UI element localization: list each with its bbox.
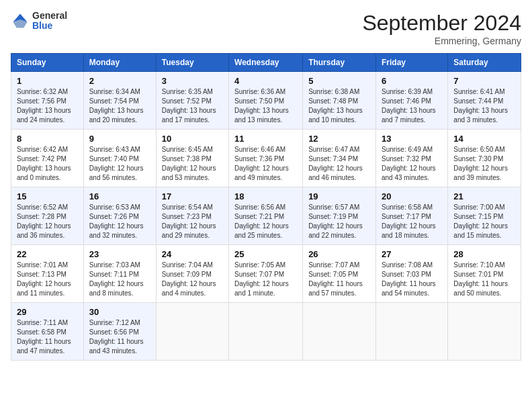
list-item: 13 Sunrise: 6:49 AM Sunset: 7:32 PM Dayl…	[375, 130, 447, 187]
list-item: 14 Sunrise: 6:50 AM Sunset: 7:30 PM Dayl…	[448, 130, 521, 187]
day-number: 1	[17, 76, 78, 86]
list-item: 29 Sunrise: 7:11 AM Sunset: 6:58 PM Dayl…	[11, 303, 84, 361]
list-item: 20 Sunrise: 6:58 AM Sunset: 7:17 PM Dayl…	[375, 187, 447, 245]
day-number: 21	[453, 191, 515, 201]
day-info: Sunrise: 6:54 AM Sunset: 7:23 PM Dayligh…	[162, 203, 223, 240]
location: Emmering, Germany	[362, 36, 521, 46]
day-info: Sunrise: 6:52 AM Sunset: 7:28 PM Dayligh…	[17, 203, 78, 240]
col-friday: Friday	[375, 54, 447, 72]
day-number: 22	[17, 249, 78, 259]
day-info: Sunrise: 7:08 AM Sunset: 7:03 PM Dayligh…	[382, 261, 442, 298]
day-number: 16	[89, 191, 150, 201]
day-number: 24	[162, 249, 223, 259]
col-sunday: Sunday	[11, 54, 84, 72]
day-info: Sunrise: 7:12 AM Sunset: 6:56 PM Dayligh…	[89, 318, 150, 356]
list-item: 25 Sunrise: 7:05 AM Sunset: 7:07 PM Dayl…	[229, 245, 303, 303]
col-tuesday: Tuesday	[156, 54, 228, 72]
day-info: Sunrise: 7:07 AM Sunset: 7:05 PM Dayligh…	[308, 261, 370, 298]
list-item: 30 Sunrise: 7:12 AM Sunset: 6:56 PM Dayl…	[83, 303, 156, 361]
list-item: 23 Sunrise: 7:03 AM Sunset: 7:11 PM Dayl…	[83, 245, 156, 303]
day-info: Sunrise: 7:10 AM Sunset: 7:01 PM Dayligh…	[453, 261, 515, 298]
day-info: Sunrise: 6:39 AM Sunset: 7:46 PM Dayligh…	[382, 87, 442, 125]
day-number: 28	[453, 249, 515, 259]
day-number: 9	[89, 134, 150, 144]
day-number: 18	[234, 191, 297, 201]
day-number: 6	[382, 76, 442, 86]
day-number: 23	[89, 249, 150, 259]
day-info: Sunrise: 6:43 AM Sunset: 7:40 PM Dayligh…	[89, 145, 150, 183]
logo-line1: General	[32, 11, 67, 21]
col-thursday: Thursday	[303, 54, 376, 72]
list-item: 27 Sunrise: 7:08 AM Sunset: 7:03 PM Dayl…	[375, 245, 447, 303]
day-info: Sunrise: 6:36 AM Sunset: 7:50 PM Dayligh…	[234, 87, 297, 125]
calendar-header: Sunday Monday Tuesday Wednesday Thursday…	[11, 54, 521, 72]
list-item	[303, 303, 376, 361]
list-item: 16 Sunrise: 6:53 AM Sunset: 7:26 PM Dayl…	[83, 187, 156, 245]
day-info: Sunrise: 6:45 AM Sunset: 7:38 PM Dayligh…	[162, 145, 223, 183]
list-item	[156, 303, 228, 361]
list-item: 2 Sunrise: 6:34 AM Sunset: 7:54 PM Dayli…	[83, 72, 156, 130]
list-item: 10 Sunrise: 6:45 AM Sunset: 7:38 PM Dayl…	[156, 130, 228, 187]
list-item: 26 Sunrise: 7:07 AM Sunset: 7:05 PM Dayl…	[303, 245, 376, 303]
day-number: 19	[308, 191, 370, 201]
day-number: 29	[17, 307, 78, 317]
col-wednesday: Wednesday	[229, 54, 303, 72]
day-number: 3	[162, 76, 223, 86]
day-info: Sunrise: 6:32 AM Sunset: 7:56 PM Dayligh…	[17, 87, 78, 125]
day-number: 7	[453, 76, 515, 86]
day-number: 8	[17, 134, 78, 144]
list-item: 4 Sunrise: 6:36 AM Sunset: 7:50 PM Dayli…	[229, 72, 303, 130]
day-number: 11	[234, 134, 297, 144]
day-info: Sunrise: 7:11 AM Sunset: 6:58 PM Dayligh…	[17, 318, 78, 356]
month-title: September 2024	[362, 11, 521, 36]
list-item	[229, 303, 303, 361]
list-item: 11 Sunrise: 6:46 AM Sunset: 7:36 PM Dayl…	[229, 130, 303, 187]
list-item: 19 Sunrise: 6:57 AM Sunset: 7:19 PM Dayl…	[303, 187, 376, 245]
logo-text: General Blue	[32, 11, 67, 32]
table-row: 22 Sunrise: 7:01 AM Sunset: 7:13 PM Dayl…	[11, 245, 521, 303]
table-row: 15 Sunrise: 6:52 AM Sunset: 7:28 PM Dayl…	[11, 187, 521, 245]
day-number: 10	[162, 134, 223, 144]
day-number: 25	[234, 249, 297, 259]
list-item: 5 Sunrise: 6:38 AM Sunset: 7:48 PM Dayli…	[303, 72, 376, 130]
list-item: 3 Sunrise: 6:35 AM Sunset: 7:52 PM Dayli…	[156, 72, 228, 130]
list-item: 24 Sunrise: 7:04 AM Sunset: 7:09 PM Dayl…	[156, 245, 228, 303]
day-number: 15	[17, 191, 78, 201]
list-item: 21 Sunrise: 7:00 AM Sunset: 7:15 PM Dayl…	[448, 187, 521, 245]
day-info: Sunrise: 6:42 AM Sunset: 7:42 PM Dayligh…	[17, 145, 78, 183]
list-item: 18 Sunrise: 6:56 AM Sunset: 7:21 PM Dayl…	[229, 187, 303, 245]
list-item: 12 Sunrise: 6:47 AM Sunset: 7:34 PM Dayl…	[303, 130, 376, 187]
day-number: 4	[234, 76, 297, 86]
day-info: Sunrise: 7:05 AM Sunset: 7:07 PM Dayligh…	[234, 261, 297, 298]
day-info: Sunrise: 7:03 AM Sunset: 7:11 PM Dayligh…	[89, 261, 150, 298]
list-item: 6 Sunrise: 6:39 AM Sunset: 7:46 PM Dayli…	[375, 72, 447, 130]
day-info: Sunrise: 6:34 AM Sunset: 7:54 PM Dayligh…	[89, 87, 150, 125]
day-number: 20	[382, 191, 442, 201]
day-info: Sunrise: 6:56 AM Sunset: 7:21 PM Dayligh…	[234, 203, 297, 240]
calendar-table: Sunday Monday Tuesday Wednesday Thursday…	[11, 53, 521, 361]
day-info: Sunrise: 7:01 AM Sunset: 7:13 PM Dayligh…	[17, 261, 78, 298]
day-info: Sunrise: 6:53 AM Sunset: 7:26 PM Dayligh…	[89, 203, 150, 240]
day-info: Sunrise: 6:50 AM Sunset: 7:30 PM Dayligh…	[453, 145, 515, 183]
logo-icon	[11, 11, 30, 30]
list-item: 8 Sunrise: 6:42 AM Sunset: 7:42 PM Dayli…	[11, 130, 84, 187]
list-item: 17 Sunrise: 6:54 AM Sunset: 7:23 PM Dayl…	[156, 187, 228, 245]
day-info: Sunrise: 6:41 AM Sunset: 7:44 PM Dayligh…	[453, 87, 515, 125]
day-number: 17	[162, 191, 223, 201]
day-info: Sunrise: 6:49 AM Sunset: 7:32 PM Dayligh…	[382, 145, 442, 183]
day-info: Sunrise: 7:00 AM Sunset: 7:15 PM Dayligh…	[453, 203, 515, 240]
table-row: 1 Sunrise: 6:32 AM Sunset: 7:56 PM Dayli…	[11, 72, 521, 130]
list-item: 7 Sunrise: 6:41 AM Sunset: 7:44 PM Dayli…	[448, 72, 521, 130]
list-item: 28 Sunrise: 7:10 AM Sunset: 7:01 PM Dayl…	[448, 245, 521, 303]
day-number: 30	[89, 307, 150, 317]
day-info: Sunrise: 6:57 AM Sunset: 7:19 PM Dayligh…	[308, 203, 370, 240]
day-info: Sunrise: 6:35 AM Sunset: 7:52 PM Dayligh…	[162, 87, 223, 125]
day-info: Sunrise: 6:46 AM Sunset: 7:36 PM Dayligh…	[234, 145, 297, 183]
list-item: 1 Sunrise: 6:32 AM Sunset: 7:56 PM Dayli…	[11, 72, 84, 130]
day-number: 27	[382, 249, 442, 259]
col-monday: Monday	[83, 54, 156, 72]
page-header: General Blue September 2024 Emmering, Ge…	[11, 11, 521, 46]
title-area: September 2024 Emmering, Germany	[362, 11, 521, 46]
table-row: 29 Sunrise: 7:11 AM Sunset: 6:58 PM Dayl…	[11, 303, 521, 361]
list-item	[375, 303, 447, 361]
